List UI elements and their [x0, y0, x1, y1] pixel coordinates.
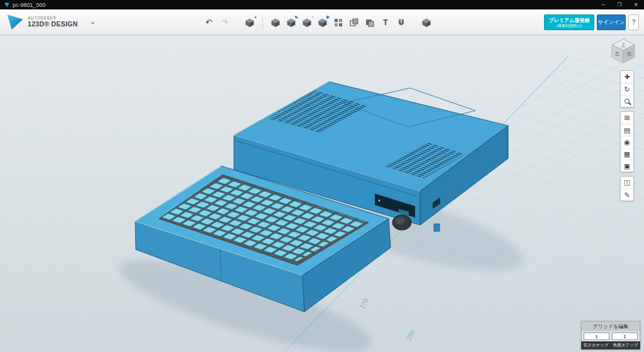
navigation-toolbar: ✚ ↻ ⊞ ▤ ◉ ▦ ▣ ◫ ✎: [620, 70, 634, 201]
grid-snap-button[interactable]: ▦: [621, 148, 633, 160]
nav-group-view: ⊞ ▤ ◉ ▦ ▣: [620, 111, 634, 172]
material-edit-button[interactable]: ✎: [621, 189, 633, 201]
combine-tool-button[interactable]: [362, 14, 377, 31]
pattern-icon: [333, 18, 343, 28]
premium-register-button[interactable]: プレミアム版登録 (商業利用向け): [544, 14, 594, 30]
sign-in-button[interactable]: サインイン: [597, 14, 626, 30]
close-button[interactable]: ✕: [628, 0, 644, 9]
construct-cube-icon: [302, 18, 312, 28]
grouping-tool-button[interactable]: [347, 14, 362, 31]
primitives-cube-icon: [270, 18, 280, 28]
undo-button[interactable]: ↶: [201, 14, 216, 31]
material-cube-icon: [421, 18, 431, 28]
123d-logo-icon: [6, 13, 23, 30]
fit-view-icon: ⊞: [624, 114, 630, 121]
app-logo-icon: [4, 3, 9, 8]
text-tool-icon: T: [383, 18, 388, 27]
view-style-icon: ▤: [624, 127, 630, 134]
angle-step-label: 角度ステップ: [611, 341, 640, 349]
maximize-icon: ❐: [617, 2, 621, 8]
view-cube[interactable]: 上 左 前: [609, 37, 638, 65]
brand-company: AUTODESK®: [28, 16, 78, 20]
grid-edit-panel: グリッドを編集 長さスナップ 角度ステップ: [581, 321, 640, 349]
snap-tool-button[interactable]: [394, 14, 409, 31]
brand-product: 123D® DESIGN: [28, 20, 78, 28]
orbit-button[interactable]: ↻: [621, 83, 633, 95]
volume-knob-top: [395, 217, 405, 224]
main-menubar: AUTODESK® 123D® DESIGN ⌄ ↶ ↷ + ✎ ↑ ✚: [0, 9, 644, 35]
visibility-icon: ◉: [624, 139, 630, 146]
window-titlebar: pc-9801_000 ─ ❐ ✕: [0, 0, 644, 9]
visibility-button[interactable]: ◉: [621, 136, 633, 148]
minimize-icon: ─: [601, 2, 605, 8]
combine-icon: [365, 18, 375, 28]
nav-group-camera: ✚ ↻: [620, 70, 634, 107]
undo-icon: ↶: [206, 18, 213, 27]
display-settings-icon: ◫: [624, 179, 630, 186]
text-tool-button[interactable]: T: [378, 14, 393, 31]
view-style-button[interactable]: ▤: [621, 124, 633, 136]
account-area: プレミアム版登録 (商業利用向け) サインイン ?: [544, 14, 639, 30]
transform-tool-button[interactable]: +: [242, 14, 257, 31]
grid-panel-title: グリッドを編集: [581, 321, 640, 331]
grid-snap-icon: ▦: [624, 151, 630, 158]
viewcube-top-label: 上: [621, 42, 626, 48]
length-snap-input[interactable]: [584, 333, 609, 340]
screenshot-icon: ▣: [624, 163, 630, 170]
material-edit-icon: ✎: [624, 192, 630, 199]
angle-step-input[interactable]: [612, 333, 638, 340]
viewcube-front-label: 前: [627, 51, 632, 57]
redo-icon: ↷: [221, 18, 228, 27]
help-button[interactable]: ?: [628, 14, 639, 30]
redo-button[interactable]: ↷: [217, 14, 232, 31]
viewcube-left-label: 左: [615, 51, 620, 57]
nav-group-display: ◫ ✎: [620, 176, 634, 201]
minimize-button[interactable]: ─: [595, 0, 611, 9]
pan-icon: ✚: [624, 74, 630, 80]
pattern-tool-button[interactable]: [331, 14, 346, 31]
maximize-button[interactable]: ❐: [611, 0, 628, 9]
pan-button[interactable]: ✚: [621, 71, 633, 83]
material-tool-button[interactable]: [419, 14, 434, 31]
grouping-icon: [349, 18, 359, 28]
display-settings-button[interactable]: ◫: [621, 177, 633, 189]
snap-magnet-icon: [396, 18, 406, 28]
power-led: [379, 200, 380, 202]
brand-area: AUTODESK® 123D® DESIGN ⌄: [6, 13, 96, 30]
viewport-canvas[interactable]: 270 250: [0, 35, 644, 352]
sketch-tool-button[interactable]: ✎: [284, 14, 299, 31]
primitives-tool-button[interactable]: [268, 14, 283, 31]
window-title: pc-9801_000: [13, 2, 46, 8]
modify-tool-button[interactable]: ✚: [315, 14, 330, 31]
viewport[interactable]: 270 250: [0, 35, 644, 352]
orbit-icon: ↻: [624, 86, 630, 93]
app-menu-chevron-icon[interactable]: ⌄: [90, 18, 96, 26]
length-snap-label: 長さスナップ: [581, 341, 611, 349]
main-toolbar: ↶ ↷ + ✎ ↑ ✚: [201, 9, 434, 35]
close-icon: ✕: [634, 2, 638, 8]
case-foot: [434, 224, 440, 231]
transform-cube-icon: [245, 18, 255, 28]
zoom-icon: [625, 99, 630, 104]
fit-view-button[interactable]: ⊞: [621, 112, 633, 124]
zoom-button[interactable]: [621, 95, 633, 107]
toolbar-divider: [262, 15, 263, 30]
construct-tool-button[interactable]: ↑: [299, 14, 314, 31]
screenshot-button[interactable]: ▣: [621, 160, 633, 172]
